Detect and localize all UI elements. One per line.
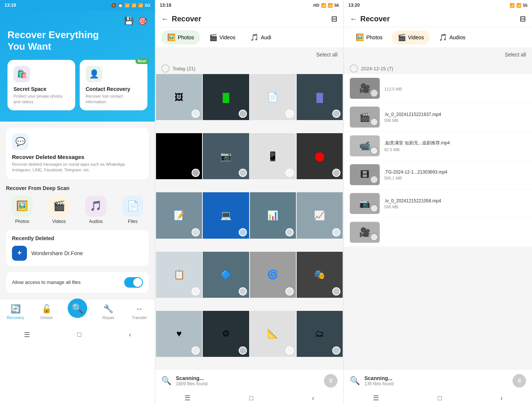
nav-center[interactable]: 🔍 [62, 304, 93, 319]
gesture-menu-photos[interactable]: ☰ [184, 394, 190, 402]
video-info-3: .如意满堂 短剧无...追剧推荐.mp4 62.5 MB [384, 140, 526, 152]
nav-transfer[interactable]: ↔️ Transfer [124, 304, 155, 320]
nav-recovery-label: Recovery [7, 315, 24, 320]
gesture-menu[interactable]: ☰ [24, 331, 30, 339]
video-thumb-4: 🎞 [350, 164, 380, 185]
photo-cell-3[interactable]: 📄 [250, 74, 296, 120]
photo-select-6[interactable] [239, 169, 247, 177]
video-select-5[interactable] [370, 204, 378, 212]
video-item-6[interactable]: 🎥 [344, 218, 532, 247]
tab-videos-videos[interactable]: 🎬 Videos [392, 30, 430, 45]
back-button-photos[interactable]: ← [161, 15, 169, 23]
tab-audios-videos[interactable]: 🎵 Audios [433, 30, 471, 45]
video-select-4[interactable] [370, 175, 378, 184]
tab-photos-photos[interactable]: 🖼️ Photos [161, 30, 200, 45]
photo-cell-1[interactable]: 🖼 [156, 74, 202, 120]
select-all-videos[interactable]: Select all [505, 52, 526, 58]
photo-cell-11[interactable]: 📊 [250, 192, 296, 238]
photo-select-20[interactable] [332, 346, 340, 355]
photo-cell-9[interactable]: 📝 [156, 192, 202, 238]
gesture-menu-videos[interactable]: ☰ [373, 394, 379, 402]
photo-cell-19[interactable]: 📐 [250, 311, 296, 357]
photo-cell-15[interactable]: 🌀 [250, 252, 296, 298]
scan-videos[interactable]: 🎬 Videos [43, 196, 76, 224]
photo-cell-10[interactable]: 💻 [203, 192, 249, 238]
recently-deleted-title: Recently Deleted [12, 235, 143, 241]
photo-select-11[interactable] [285, 228, 294, 236]
scan-audios[interactable]: 🎵 Audios [80, 196, 112, 224]
video-thumb-5: 📷 [350, 193, 380, 214]
nav-unlock[interactable]: 🔓 Unlock [31, 304, 62, 320]
photo-select-14[interactable] [239, 287, 247, 296]
video-select-3[interactable] [370, 147, 378, 155]
photo-cell-20[interactable]: 🗂 [297, 311, 343, 357]
recover-title-videos: Recover [360, 15, 390, 23]
photo-cell-5[interactable] [156, 133, 202, 179]
recover-messages-title: Recover Deleted Messages [12, 154, 143, 160]
scan-files[interactable]: 📄 Files [117, 196, 149, 224]
storage-icon[interactable]: 💾 [124, 16, 134, 25]
photo-cell-6[interactable]: 📷 [203, 133, 249, 179]
allow-toggle[interactable] [124, 277, 143, 288]
back-button-videos[interactable]: ← [350, 15, 357, 23]
video-select-6[interactable] [370, 233, 378, 241]
pause-button-videos[interactable]: ⏸ [513, 374, 526, 388]
video-select-1[interactable] [370, 89, 378, 97]
filter-icon-photos[interactable]: ⊟ [331, 14, 337, 23]
nav-recovery[interactable]: 🔄 Recovery [0, 304, 31, 320]
messages-icon: 💬 [12, 134, 28, 150]
contact-recovery-card[interactable]: New! 👤 Contact Recovery Recover lost con… [80, 60, 147, 110]
photo-cell-13[interactable]: 📋 [156, 252, 202, 298]
scan-icon-videos: 🔍 [350, 376, 360, 386]
gesture-back-videos[interactable]: ‹ [501, 394, 503, 402]
photo-select-18[interactable] [239, 346, 247, 355]
video-item-2[interactable]: 🎬 .lv_0_20241215221637.mp4 598 MB [344, 103, 532, 131]
photo-select-3[interactable] [285, 110, 294, 118]
video-item-4[interactable]: 🎞 .TG-2024-12-1...21303693.mp4 595.1 MB [344, 160, 532, 189]
photo-select-10[interactable] [239, 228, 247, 236]
tab-audios-photos[interactable]: 🎵 Audi [244, 30, 277, 45]
photo-cell-16[interactable]: 🎭 [297, 252, 343, 298]
photo-cell-18[interactable]: ⚙ [203, 311, 249, 357]
allow-access-text: Allow access to manage all files [12, 279, 81, 285]
filter-icon-videos[interactable]: ⊟ [520, 14, 526, 23]
photo-cell-12[interactable]: 📈 [297, 192, 343, 238]
video-item-1[interactable]: 🎥 113.5 MB [344, 74, 532, 102]
settings-icon[interactable]: 🎯 [138, 16, 147, 25]
video-select-2[interactable] [370, 118, 378, 126]
gesture-back-photos[interactable]: ‹ [312, 394, 314, 402]
secret-space-card[interactable]: 🛍️ Secret Space Protect your private pho… [7, 60, 75, 110]
tab-photos-videos[interactable]: 🖼️ Photos [350, 30, 389, 45]
photo-cell-4[interactable]: ▓ [297, 74, 343, 120]
gesture-home-videos[interactable]: □ [438, 394, 442, 402]
scan-photos[interactable]: 🖼️ Photos [6, 196, 39, 224]
nav-repair[interactable]: 🔧 Repair [93, 304, 124, 320]
video-size-3: 62.5 MB [384, 147, 526, 152]
photo-select-13[interactable] [192, 287, 200, 296]
photo-select-15[interactable] [285, 287, 294, 296]
contact-recovery-desc: Recover lost contact information. [86, 94, 141, 104]
photo-cell-17[interactable]: ♥ [156, 311, 202, 357]
photo-cell-7[interactable]: 📱 [250, 133, 296, 179]
photo-select-2[interactable] [239, 110, 247, 118]
recover-messages-card[interactable]: 💬 Recover Deleted Messages Recover delet… [6, 128, 149, 179]
gesture-home-photos[interactable]: □ [249, 394, 253, 402]
scan-text-photos: Scanning... 1809 files found [176, 375, 319, 386]
photo-cell-2[interactable]: ▓ [203, 74, 249, 120]
gesture-home[interactable]: □ [77, 331, 82, 339]
photo-cell-14[interactable]: 🔷 [203, 252, 249, 298]
video-item-5[interactable]: 📷 .lv_0_20241215221058.mp4 598 MB [344, 189, 532, 218]
photo-cell-8[interactable]: ⬤ [297, 133, 343, 179]
pause-button-photos[interactable]: ⏸ [324, 374, 337, 388]
photo-select-12[interactable] [332, 228, 340, 236]
photo-select-16[interactable] [332, 287, 340, 296]
nav-transfer-label: Transfer [132, 315, 147, 320]
status-bar-photos: 13:19 HD 📶 📶 56 [155, 0, 343, 10]
photo-select-9[interactable] [192, 228, 200, 236]
video-item-3[interactable]: 📹 .如意满堂 短剧无...追剧推荐.mp4 62.5 MB [344, 132, 532, 160]
screen-main-content: 💾 🎯 Recover Everything You Want 🛍️ Secre… [0, 10, 155, 341]
tab-videos-photos[interactable]: 🎬 Videos [203, 30, 242, 45]
photo-select-19[interactable] [285, 346, 294, 355]
select-all-photos[interactable]: Select all [316, 52, 337, 58]
gesture-back[interactable]: ‹ [129, 331, 131, 339]
